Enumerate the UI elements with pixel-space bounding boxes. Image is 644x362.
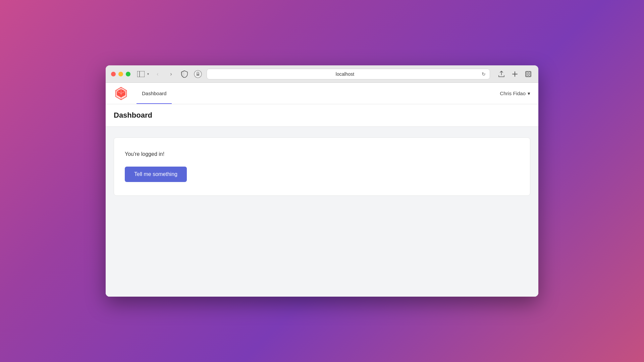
close-button[interactable] <box>111 72 116 76</box>
dashboard-card: You're logged in! Tell me something <box>114 137 530 196</box>
svg-point-4 <box>198 74 198 75</box>
browser-window: ▾ ‹ › localhost ↻ <box>106 65 538 297</box>
forward-button[interactable]: › <box>166 69 176 79</box>
laravel-logo <box>114 86 128 101</box>
browser-controls: ▾ <box>137 71 149 77</box>
user-menu-chevron: ▾ <box>528 90 530 97</box>
svg-rect-10 <box>526 74 528 76</box>
minimize-button[interactable] <box>118 72 123 76</box>
sidebar-toggle-icon[interactable] <box>137 71 145 77</box>
svg-rect-11 <box>529 74 530 76</box>
nav-links: Dashboard <box>137 83 172 104</box>
back-button[interactable]: ‹ <box>153 69 162 79</box>
nav-brand <box>114 83 128 104</box>
user-name: Chris Fidao <box>500 90 526 96</box>
url-text: localhost <box>211 71 479 77</box>
svg-rect-9 <box>529 72 530 74</box>
user-menu[interactable]: Chris Fidao ▾ <box>500 90 530 97</box>
new-tab-button[interactable] <box>510 69 520 79</box>
traffic-lights <box>111 72 130 76</box>
browser-actions <box>497 69 533 79</box>
nav-link-dashboard[interactable]: Dashboard <box>137 83 172 104</box>
svg-rect-0 <box>137 71 145 77</box>
top-nav: Dashboard Chris Fidao ▾ <box>106 83 538 104</box>
reload-button[interactable]: ↻ <box>482 71 486 77</box>
tabs-overview-button[interactable] <box>524 69 533 79</box>
page-title: Dashboard <box>114 111 530 120</box>
sidebar-toggle-chevron[interactable]: ▾ <box>147 72 149 76</box>
app-container: Dashboard Chris Fidao ▾ Dashboard You're… <box>106 83 538 297</box>
page-content: Dashboard You're logged in! Tell me some… <box>106 104 538 297</box>
share-button[interactable] <box>497 69 506 79</box>
lock-badge-icon <box>193 69 203 79</box>
address-bar[interactable]: localhost ↻ <box>207 69 490 79</box>
nav-right: Chris Fidao ▾ <box>500 83 530 104</box>
page-header: Dashboard <box>106 104 538 127</box>
tell-me-something-button[interactable]: Tell me something <box>125 167 187 182</box>
svg-rect-8 <box>526 72 528 74</box>
browser-chrome: ▾ ‹ › localhost ↻ <box>106 65 538 83</box>
maximize-button[interactable] <box>126 72 130 76</box>
logged-in-message: You're logged in! <box>125 151 519 157</box>
shield-icon <box>180 69 189 79</box>
page-body: You're logged in! Tell me something <box>106 127 538 206</box>
